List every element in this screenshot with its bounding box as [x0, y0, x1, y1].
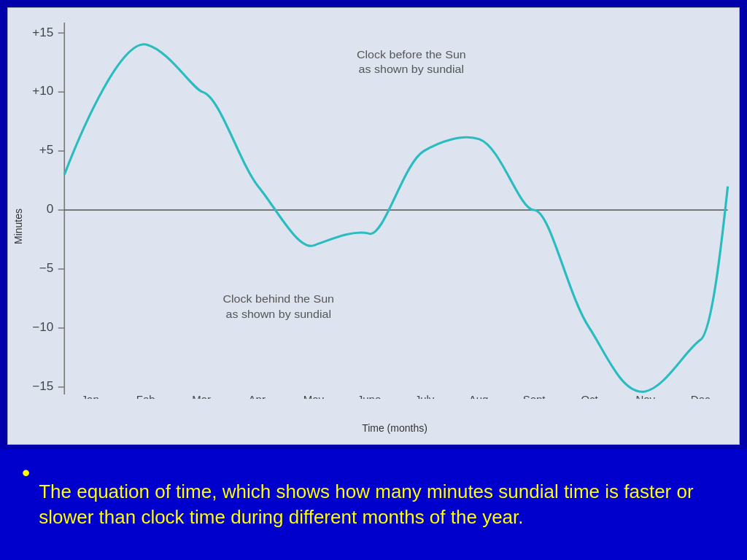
month-may: May: [303, 394, 325, 399]
annotation-above-line2: as shown by sundial: [359, 63, 465, 75]
month-mar: Mar.: [192, 394, 213, 399]
ytick-0: 0: [47, 203, 54, 216]
annotation-below-line1: Clock behind the Sun: [222, 293, 334, 306]
bullet-section: • The equation of time, which shows how …: [0, 449, 747, 560]
month-oct: Oct.: [581, 394, 600, 399]
ytick-15-pos: +15: [32, 26, 53, 39]
month-sept: Sept.: [523, 394, 549, 399]
month-june: June: [357, 394, 382, 399]
y-axis-label: Minutes: [8, 8, 28, 444]
month-feb: Feb.: [136, 394, 158, 399]
ytick-15-neg: −15: [32, 380, 53, 393]
month-jan: Jan.: [82, 394, 102, 399]
month-nov: Nov.: [635, 394, 657, 399]
month-aug: Aug.: [469, 394, 492, 399]
chart-svg: +15 +10 +5 0 −5 −10 −15: [28, 15, 732, 399]
bullet-dot: •: [22, 461, 30, 484]
bullet-text: The equation of time, which shows how ma…: [39, 479, 732, 530]
month-dec: Dec.: [691, 394, 713, 399]
annotation-above-line1: Clock before the Sun: [357, 48, 466, 61]
x-axis-label: Time (months): [58, 419, 732, 437]
month-apr: Apr.: [249, 394, 268, 399]
ytick-10-neg: −10: [32, 321, 53, 334]
annotation-below-line2: as shown by sundial: [225, 308, 331, 320]
ytick-5-pos: +5: [39, 144, 54, 157]
ytick-5-neg: −5: [39, 262, 54, 275]
chart-inner: +15 +10 +5 0 −5 −10 −15: [28, 8, 739, 444]
chart-plot-area: +15 +10 +5 0 −5 −10 −15: [28, 15, 732, 399]
month-july: July: [415, 394, 435, 399]
chart-container: Minutes +15 +10 +5 0 −5 −10 −15: [7, 7, 740, 445]
ytick-10-pos: +10: [32, 85, 53, 98]
equation-of-time-curve: [64, 44, 727, 392]
